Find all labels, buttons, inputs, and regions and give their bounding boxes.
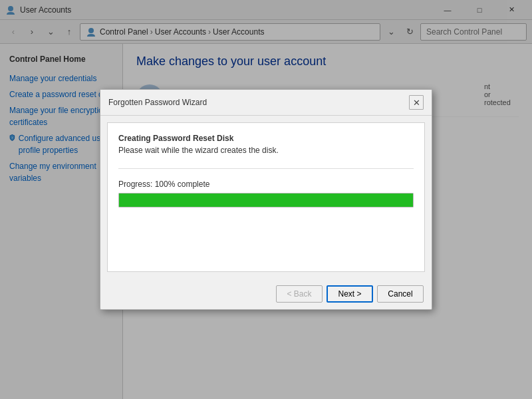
progress-label: Progress: 100% complete [118, 180, 414, 189]
dialog-spacer [118, 207, 414, 261]
progress-fill [119, 194, 413, 207]
back-button[interactable]: < Back [276, 285, 323, 303]
dialog-section-desc: Please wait while the wizard creates the… [118, 146, 414, 155]
dialog-forgotten-password-wizard: Forgotten Password Wizard ✕ Creating Pas… [100, 89, 432, 310]
dialog-titlebar: Forgotten Password Wizard ✕ [100, 90, 432, 116]
next-button[interactable]: Next > [327, 285, 373, 303]
progress-track [118, 193, 414, 207]
dialog-close-button[interactable]: ✕ [409, 95, 424, 110]
modal-overlay: Forgotten Password Wizard ✕ Creating Pas… [0, 0, 532, 399]
cancel-button[interactable]: Cancel [377, 285, 424, 303]
dialog-title: Forgotten Password Wizard [108, 98, 409, 107]
dialog-footer: < Back Next > Cancel [100, 279, 432, 309]
dialog-body: Creating Password Reset Disk Please wait… [107, 122, 425, 272]
dialog-section-title: Creating Password Reset Disk [118, 134, 414, 143]
